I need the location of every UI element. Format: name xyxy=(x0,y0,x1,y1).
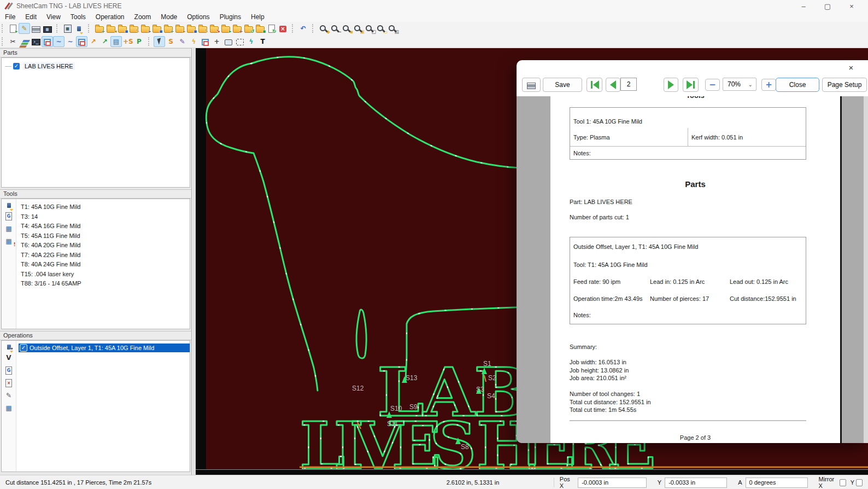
quick-cut-tool-button[interactable]: ϟ xyxy=(188,36,200,47)
undo-button[interactable]: ↶ xyxy=(297,23,309,34)
new-job-button[interactable]: ▸ xyxy=(7,23,19,34)
minimize-button[interactable]: – xyxy=(791,0,816,12)
refresh-part-button[interactable]: ↺ xyxy=(243,23,254,34)
previous-page-button[interactable] xyxy=(606,78,620,92)
copy-part-button[interactable]: ▸ xyxy=(139,23,151,34)
menu-mode[interactable]: Mode xyxy=(156,12,182,22)
calculator-icon: ▦ xyxy=(64,25,72,33)
open-part-button[interactable]: ◂ xyxy=(105,23,116,34)
path-direction-button[interactable]: P xyxy=(133,36,145,47)
simulate-torch-button[interactable] xyxy=(73,23,85,34)
save-part-button[interactable]: ▪ xyxy=(116,23,128,34)
zoom-drawing-button[interactable]: ▭ xyxy=(375,23,386,34)
menu-file[interactable]: File xyxy=(0,12,20,22)
import-drawing-button[interactable]: ↘ xyxy=(208,23,220,34)
tool-list-item[interactable]: T88: 3/16 - 1/4 65AMP xyxy=(16,279,190,289)
zoom-select[interactable]: 70% ⌄ xyxy=(723,78,756,91)
part-tree-item[interactable]: ✓LAB LIVES HERE xyxy=(5,61,190,71)
calculator-button[interactable]: ▦ xyxy=(62,23,73,34)
first-page-button[interactable] xyxy=(587,78,602,92)
menu-edit[interactable]: Edit xyxy=(20,12,42,22)
menu-options[interactable]: Options xyxy=(182,12,214,22)
link-drawing-button[interactable]: ▸ xyxy=(220,23,231,34)
edit-nodes-button[interactable]: ~ xyxy=(53,36,64,47)
zoom-in-button[interactable]: ◆ xyxy=(318,23,329,34)
snap-settings-button[interactable]: ✂ xyxy=(7,36,19,47)
refresh-table-button[interactable]: ↻ xyxy=(266,23,277,34)
tool-list-item[interactable]: T6: 40A 20G Fine Mild xyxy=(16,241,190,251)
dialog-close-icon[interactable]: × xyxy=(845,62,857,73)
page-number-input[interactable] xyxy=(620,78,637,91)
jump-move-button[interactable]: ↗ xyxy=(87,36,99,47)
machine-extents-button[interactable]: ▤ xyxy=(110,36,122,47)
measure-tool-button[interactable]: ϟ xyxy=(245,36,257,47)
edit-job-button[interactable]: ✎ xyxy=(19,23,30,34)
zoom-out-button[interactable]: − xyxy=(329,23,341,34)
save-button[interactable]: Save xyxy=(543,78,582,92)
page-setup-button[interactable]: Page Setup xyxy=(822,78,867,92)
zoom-in-button[interactable]: + xyxy=(761,79,776,91)
menu-help[interactable]: Help xyxy=(246,12,269,22)
delete-part-button[interactable]: × xyxy=(277,23,289,34)
zoom-box-tool-button[interactable] xyxy=(234,36,245,47)
edit-polyline-button[interactable]: ~ xyxy=(64,36,76,47)
tool-list-item[interactable]: T5: 45A 11G Fine Mild xyxy=(16,231,190,241)
start-point-button[interactable]: +S xyxy=(122,36,133,47)
text-tool-button[interactable]: T xyxy=(257,36,268,47)
add-part-button[interactable]: + xyxy=(93,23,105,34)
edit-drawing-button[interactable]: ✎ xyxy=(197,23,208,34)
close-button[interactable]: Close xyxy=(776,78,819,92)
rapid-move-button[interactable]: ↗ xyxy=(99,36,110,47)
angle-field[interactable]: 0 degrees xyxy=(746,478,808,488)
menu-tools[interactable]: Tools xyxy=(66,12,91,22)
menu-view[interactable]: View xyxy=(42,12,66,22)
part-checkbox[interactable]: ✓ xyxy=(13,63,20,69)
layers-button[interactable] xyxy=(19,36,30,47)
tool-list-item[interactable]: T1: 45A 10G Fine Mild xyxy=(16,202,190,212)
next-page-button[interactable] xyxy=(664,78,678,92)
move-tool-button[interactable]: + xyxy=(211,36,222,47)
add-drawing-button[interactable]: + xyxy=(162,23,174,34)
print-button[interactable] xyxy=(522,78,541,92)
zoom-part-button[interactable]: ▪ xyxy=(341,23,352,34)
refresh-save-part-button[interactable]: ▪ xyxy=(254,23,266,34)
preview-area[interactable]: Tools Tool 1: 45A 10G Fine Mild Type: Pl… xyxy=(517,96,868,443)
menu-operation[interactable]: Operation xyxy=(91,12,130,22)
show-contours-button[interactable] xyxy=(42,36,53,47)
zoom-window-button[interactable]: ▢ xyxy=(363,23,375,34)
zoom-machine-button[interactable]: ▤ xyxy=(386,23,398,34)
maximize-button[interactable]: ▢ xyxy=(816,0,840,12)
edit-path-tool-button[interactable]: ✎ xyxy=(177,36,188,47)
pos-x-field[interactable]: -0.0003 in xyxy=(578,478,647,488)
edit-part-button[interactable]: ✎ xyxy=(128,23,139,34)
tool-list-item[interactable]: T4: 45A 16G Fine Mild xyxy=(16,222,190,231)
pan-tool-button[interactable] xyxy=(222,36,234,47)
mirror-x-checkbox[interactable] xyxy=(840,479,846,486)
menu-zoom[interactable]: Zoom xyxy=(130,12,156,22)
post-process-button[interactable]: ▦ xyxy=(42,23,53,34)
close-button[interactable]: × xyxy=(840,0,864,12)
tool-list-item[interactable]: T8: 40A 24G Fine Mild xyxy=(16,260,190,270)
operation-list-item[interactable]: ✓Outside Offset, Layer 1, T1: 45A 10G Fi… xyxy=(19,344,190,352)
show-offsets-button[interactable] xyxy=(76,36,87,47)
operation-checkbox[interactable]: ✓ xyxy=(20,345,27,351)
print-job-button[interactable] xyxy=(30,23,42,34)
edit-gcode-button[interactable]: ›_ xyxy=(30,36,42,47)
set-start-point-button[interactable]: S xyxy=(165,36,177,47)
tool-list-item[interactable]: T7: 40A 22G Fine Mild xyxy=(16,251,190,260)
reload-drawing-button[interactable]: ▸ xyxy=(174,23,185,34)
zoom-all-parts-button[interactable]: ▣ xyxy=(352,23,363,34)
zoom-out-button[interactable]: − xyxy=(705,79,720,91)
mirror-y-checkbox[interactable] xyxy=(856,479,863,486)
save-drawing-button[interactable]: ▪ xyxy=(185,23,197,34)
menu-plugins[interactable]: Plugins xyxy=(215,12,246,22)
rect-select-tool-button[interactable] xyxy=(200,36,211,47)
fixup-drawing-button[interactable]: + xyxy=(231,23,243,34)
save-part-as-button[interactable]: ▪ xyxy=(151,23,162,34)
pos-y-field[interactable]: -0.0033 in xyxy=(665,478,727,488)
select-tool-button[interactable] xyxy=(154,36,165,47)
tool-list-item[interactable]: T3: 14 xyxy=(16,212,190,222)
op-pierces: Number of pierces: 17 xyxy=(650,295,730,302)
tool-list-item[interactable]: T15: .004 laser kery xyxy=(16,270,190,280)
last-page-button[interactable] xyxy=(683,78,699,92)
